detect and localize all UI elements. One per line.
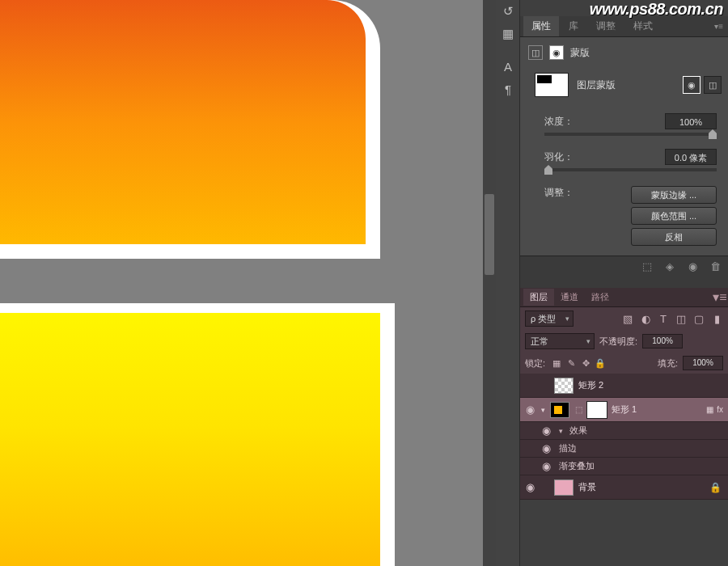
density-value[interactable]: 100%	[665, 113, 717, 129]
opacity-value[interactable]: 100%	[642, 334, 683, 348]
lock-icon: 🔒	[709, 482, 728, 493]
visibility-toggle[interactable]: ◉	[523, 481, 536, 494]
tab-paths[interactable]: 路径	[585, 289, 616, 306]
visibility-toggle[interactable]: ◉	[523, 403, 536, 416]
fill-value[interactable]: 100%	[683, 356, 723, 370]
opacity-label: 不透明度:	[599, 336, 637, 348]
properties-panel-footer: ⬚ ◈ ◉ 🗑	[520, 256, 728, 277]
lock-transparency-icon[interactable]: ▦	[550, 357, 563, 370]
layers-list: ● 矩形 2 ◉ ▾ ⬚ 矩形 1 ▦ fx ◉ ▾ 效果	[520, 374, 728, 500]
visibility-toggle[interactable]: ●	[523, 379, 536, 392]
color-range-button[interactable]: 颜色范围 ...	[631, 207, 717, 225]
feather-slider[interactable]	[544, 168, 717, 171]
shape-rect1-gradient	[0, 0, 366, 244]
filter-type-icon[interactable]: T	[657, 312, 670, 325]
scroll-thumb[interactable]	[485, 194, 494, 275]
add-pixel-mask-button[interactable]: ◉	[683, 76, 700, 94]
filter-shape-icon[interactable]: ◫	[675, 312, 688, 325]
mask-link-icon[interactable]: ⬚	[574, 403, 582, 416]
shape-rect2-gradient	[0, 313, 380, 566]
delete-mask-icon[interactable]: 🗑	[707, 259, 723, 275]
right-panels-column: www.ps88.com.cn 属性 库 调整 样式 ▾≡ ◫ ◉ 蒙版 图层蒙…	[520, 0, 728, 566]
lock-all-icon[interactable]: 🔒	[594, 357, 607, 370]
pixel-mask-icon[interactable]: ◉	[549, 45, 564, 60]
vector-mask-icon[interactable]: ◫	[528, 45, 543, 60]
lock-label: 锁定:	[525, 357, 545, 370]
filter-image-icon[interactable]: ▧	[621, 312, 634, 325]
layers-panel: 图层 通道 路径 ▾≡ ρ 类型 ▧ ◐ T ◫ ▢ ▮ 正常 不透明度: 10…	[520, 288, 728, 500]
mask-thumbnail[interactable]	[535, 73, 569, 97]
filter-kind-select[interactable]: ρ 类型	[525, 310, 574, 327]
layer-thumbnail[interactable]	[554, 479, 574, 496]
adjust-label: 调整：	[544, 186, 574, 246]
fx-indicator-icon[interactable]: ▦	[706, 405, 713, 414]
density-slider[interactable]	[544, 133, 717, 136]
invert-button[interactable]: 反相	[631, 228, 717, 246]
canvas-area[interactable]	[0, 0, 483, 566]
mask-edge-button[interactable]: 蒙版边缘 ...	[631, 186, 717, 204]
fx-gradient-overlay-row[interactable]: ◉ 渐变叠加	[520, 458, 728, 475]
layer-name[interactable]: 矩形 1	[612, 403, 637, 416]
lock-position-icon[interactable]: ✥	[579, 357, 592, 370]
apply-mask-icon[interactable]: ◈	[662, 259, 678, 275]
shape-rect1-outer	[0, 0, 380, 259]
layer-row-background[interactable]: ◉ 背景 🔒	[520, 475, 728, 500]
visibility-toggle[interactable]: ◉	[540, 460, 552, 473]
collapsed-panel-strip: ↺ ▦ A ¶	[496, 0, 520, 566]
fill-label: 填充:	[658, 357, 678, 370]
toggle-mask-icon[interactable]: ◉	[684, 259, 700, 275]
blend-mode-select[interactable]: 正常	[525, 333, 595, 349]
watermark: www.ps88.com.cn	[590, 0, 723, 19]
fx-stroke-row[interactable]: ◉ 描边	[520, 440, 728, 458]
lock-paint-icon[interactable]: ✎	[565, 357, 578, 370]
tab-properties[interactable]: 属性	[523, 16, 559, 36]
tab-library[interactable]: 库	[561, 16, 586, 36]
mask-title: 蒙版	[570, 46, 590, 60]
visibility-toggle[interactable]: ◉	[540, 442, 552, 455]
layer-mask-thumbnail[interactable]	[587, 402, 607, 418]
density-label: 浓度：	[544, 115, 593, 129]
fx-label[interactable]: fx	[717, 405, 723, 414]
fx-effects-header[interactable]: ◉ ▾ 效果	[520, 422, 728, 440]
character-panel-icon[interactable]: A	[496, 55, 520, 78]
layers-panel-menu-icon[interactable]: ▾≡	[712, 289, 728, 306]
paragraph-panel-icon[interactable]: ¶	[496, 78, 520, 100]
shape-rect2-outer	[0, 303, 395, 566]
history-panel-icon[interactable]: ↺	[496, 0, 520, 23]
properties-panel-body: ◫ ◉ 蒙版 图层蒙版 ◉ ◫ 浓度： 100% 羽化： 0.0 像素 调整： …	[520, 37, 728, 256]
panel-menu-icon[interactable]: ▾≡	[714, 22, 728, 31]
feather-value[interactable]: 0.0 像素	[665, 149, 717, 165]
filter-smartobject-icon[interactable]: ▢	[692, 312, 705, 325]
filter-toggle-icon[interactable]: ▮	[710, 312, 723, 325]
tab-adjustments[interactable]: 调整	[588, 16, 624, 36]
properties-panel-tabs: 属性 库 调整 样式 ▾≡	[520, 16, 728, 37]
feather-label: 羽化：	[544, 150, 593, 164]
tab-channels[interactable]: 通道	[554, 289, 585, 306]
layer-thumbnail[interactable]	[554, 378, 574, 394]
layer-row-rect1[interactable]: ◉ ▾ ⬚ 矩形 1 ▦ fx	[520, 398, 728, 422]
visibility-toggle[interactable]: ◉	[540, 424, 552, 437]
swatches-panel-icon[interactable]: ▦	[496, 23, 520, 45]
vertical-scrollbar[interactable]	[483, 0, 496, 566]
layer-name[interactable]: 矩形 2	[578, 379, 603, 391]
layer-name[interactable]: 背景	[578, 481, 596, 493]
layer-thumbnail[interactable]	[550, 402, 569, 418]
mask-type-label: 图层蒙版	[577, 78, 616, 92]
layer-row-rect2[interactable]: ● 矩形 2	[520, 374, 728, 398]
tab-styles[interactable]: 样式	[625, 16, 661, 36]
filter-adjustment-icon[interactable]: ◐	[639, 312, 652, 325]
add-vector-mask-button[interactable]: ◫	[704, 76, 722, 94]
tab-layers[interactable]: 图层	[523, 289, 554, 306]
select-mask-icon[interactable]: ⬚	[639, 259, 655, 275]
